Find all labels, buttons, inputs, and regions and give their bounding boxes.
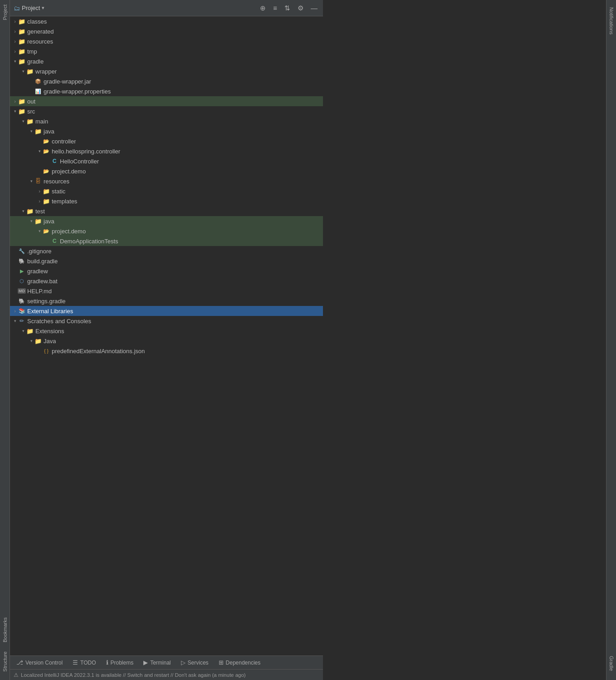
tree-node-label: build.gradle — [27, 258, 58, 265]
tree-item[interactable]: 📊 gradle-wrapper.properties — [10, 86, 323, 96]
tree-item[interactable]: › 📁 static — [10, 186, 323, 196]
tree-node-icon: 📂 — [43, 148, 50, 155]
tree-item[interactable]: ▾ 📁 src — [10, 106, 323, 116]
tree-arrow — [36, 139, 43, 143]
tree-item[interactable]: ▾ 📁 java — [10, 126, 323, 136]
dependencies-tab[interactable]: ⊞ Dependencies — [214, 658, 265, 667]
bookmarks-tab[interactable]: Bookmarks — [1, 613, 9, 647]
tree-item[interactable]: 📦 gradle-wrapper.jar — [10, 76, 323, 86]
tree-arrow — [12, 259, 18, 263]
notification-bar: ⚠ Localized IntelliJ IDEA 2022.3.1 is av… — [10, 669, 323, 680]
version-control-icon: ⎇ — [16, 659, 23, 666]
version-control-tab[interactable]: ⎇ Version Control — [12, 658, 67, 667]
tree-item[interactable]: › 📁 templates — [10, 196, 323, 206]
tree-node-label: test — [35, 208, 45, 215]
tree-item[interactable]: ▾ 📂 hello.hellospring.controller — [10, 146, 323, 156]
tree-item[interactable]: MD HELP.md — [10, 286, 323, 296]
tree-item[interactable]: ▾ 📁 Extensions — [10, 326, 323, 336]
tree-item[interactable]: 🔧 .gitignore — [10, 246, 323, 256]
tree-node-icon: MD — [18, 287, 25, 295]
dependencies-icon: ⊞ — [219, 659, 224, 666]
tree-item[interactable]: › 📁 classes — [10, 16, 323, 26]
services-tab[interactable]: ▷ Services — [176, 658, 213, 667]
tree-arrow — [12, 249, 18, 253]
tree-node-label: HELP.md — [27, 288, 52, 295]
tree-node-label: static — [52, 188, 65, 195]
tree-node-icon: ▶ — [18, 267, 25, 275]
tree-node-icon: 📂 — [43, 138, 50, 145]
tree-node-icon: 📚 — [18, 307, 25, 315]
tree-item[interactable]: C HelloController — [10, 156, 323, 166]
tree-arrow: ▾ — [36, 149, 43, 153]
right-bottom-tabs — [323, 655, 606, 669]
structure-tab[interactable]: Structure — [1, 647, 9, 676]
tree-arrow: ▾ — [28, 219, 34, 223]
right-notification — [323, 669, 606, 680]
tree-item[interactable]: ▾ 📁 java — [10, 216, 323, 226]
right-area — [323, 0, 606, 680]
problems-label: Problems — [111, 660, 134, 666]
file-tree[interactable]: › 📁 classes › 📁 generated › 📁 resources … — [10, 16, 323, 655]
tree-item[interactable]: { } predefinedExternalAnnotations.json — [10, 346, 323, 356]
project-folder-icon: 🗂 — [14, 5, 20, 12]
tree-item[interactable]: › 📁 out — [10, 96, 323, 106]
tree-node-icon: 🔧 — [18, 247, 25, 255]
tree-node-label: gradle-wrapper.jar — [44, 78, 91, 85]
minimize-button[interactable]: — — [309, 3, 319, 13]
tree-item[interactable]: ▾ 📂 project.demo — [10, 226, 323, 236]
problems-tab[interactable]: ℹ Problems — [102, 658, 138, 667]
tree-arrow: › — [12, 19, 18, 24]
tree-item[interactable]: ▾ 📁 wrapper — [10, 66, 323, 76]
tree-node-icon: 📁 — [18, 48, 25, 55]
tree-item[interactable]: › 📚 External Libraries — [10, 306, 323, 316]
tree-item[interactable]: C DemoApplicationTests — [10, 236, 323, 246]
tree-item[interactable]: ▾ 📁 test — [10, 206, 323, 216]
tree-item[interactable]: ▾ 🗄 resources — [10, 176, 323, 186]
tree-node-label: out — [27, 98, 35, 105]
tree-item[interactable]: ▶ gradlew — [10, 266, 323, 276]
tree-item[interactable]: › 📁 tmp — [10, 46, 323, 56]
project-tab[interactable]: Project — [1, 0, 9, 25]
tree-node-icon: 📁 — [18, 18, 25, 25]
collapse-button[interactable]: ≡ — [271, 3, 279, 13]
todo-tab[interactable]: ☰ TODO — [68, 658, 100, 667]
tree-item[interactable]: 🐘 settings.gradle — [10, 296, 323, 306]
gradle-tab[interactable]: Gradle — [607, 652, 616, 675]
tree-node-icon: 📁 — [26, 207, 34, 215]
header-dropdown-arrow[interactable]: ▾ — [42, 5, 44, 11]
tree-arrow: ▾ — [28, 179, 34, 183]
tree-node-icon: 📦 — [34, 78, 42, 85]
expand-button[interactable]: ⇅ — [283, 3, 292, 13]
tree-arrow: › — [12, 29, 18, 34]
notification-icon: ⚠ — [14, 672, 19, 678]
tree-arrow: ▾ — [12, 109, 18, 113]
tree-item[interactable]: ▾ 📁 gradle — [10, 56, 323, 66]
notifications-tab[interactable]: Notifications — [607, 4, 616, 38]
tree-node-icon: 📁 — [26, 68, 34, 75]
tree-item[interactable]: 📂 controller — [10, 136, 323, 146]
tree-node-label: controller — [52, 138, 76, 145]
tree-arrow — [12, 269, 18, 273]
terminal-label: Terminal — [150, 660, 171, 666]
tree-item[interactable]: ⬡ gradlew.bat — [10, 276, 323, 286]
tree-node-label: HelloController — [60, 158, 99, 165]
settings-button[interactable]: ⚙ — [296, 3, 305, 13]
tree-item[interactable]: 🐘 build.gradle — [10, 256, 323, 266]
add-button[interactable]: ⊕ — [258, 3, 268, 13]
tree-item[interactable]: ▾ 📁 Java — [10, 336, 323, 346]
tree-item[interactable]: ▾ ✏ Scratches and Consoles — [10, 316, 323, 326]
terminal-icon: ▶ — [143, 659, 148, 666]
tree-node-label: predefinedExternalAnnotations.json — [52, 348, 145, 355]
tree-item[interactable]: › 📁 generated — [10, 26, 323, 36]
tree-node-label: templates — [52, 198, 77, 205]
tree-arrow — [36, 349, 43, 353]
tree-item[interactable]: ▾ 📁 main — [10, 116, 323, 126]
tree-arrow: ▾ — [20, 329, 26, 333]
tree-item[interactable]: › 📁 resources — [10, 36, 323, 46]
terminal-tab[interactable]: ▶ Terminal — [139, 658, 175, 667]
tree-node-icon: 📁 — [26, 118, 34, 125]
editor-area — [323, 0, 606, 655]
tree-item[interactable]: 📂 project.demo — [10, 166, 323, 176]
tree-node-icon: C — [51, 158, 58, 165]
tree-node-icon: 📂 — [43, 168, 50, 175]
